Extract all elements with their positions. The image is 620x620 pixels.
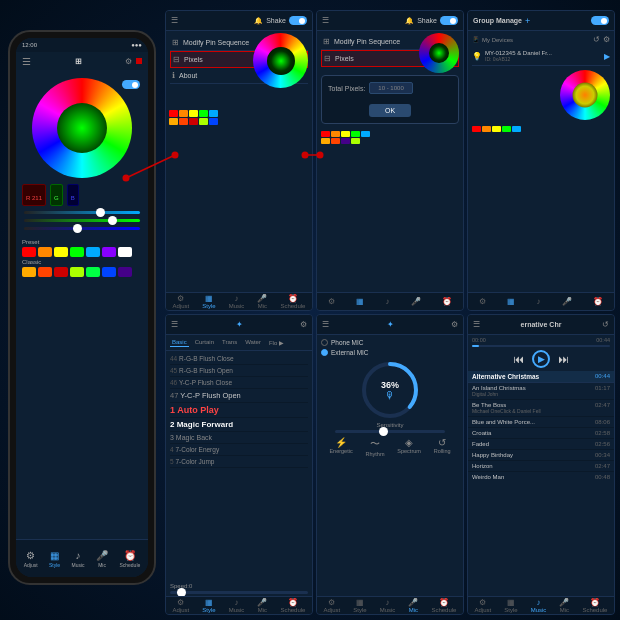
ss3-nav-music[interactable]: ♪ [536, 297, 540, 306]
phone-slider-r[interactable] [24, 211, 140, 214]
phone-nav-mic[interactable]: 🎤 Mic [96, 550, 108, 568]
phone-nav-schedule[interactable]: ⏰ Schedule [119, 550, 140, 568]
ss5-nav-schedule[interactable]: ⏰Schedule [431, 598, 456, 613]
phone-nav-style[interactable]: ▦ Style [49, 550, 60, 568]
ss2-sw8[interactable] [341, 138, 350, 144]
ss4-tab-water[interactable]: Water [243, 338, 263, 347]
ss2-nav-style[interactable]: ▦ [356, 297, 364, 306]
ss5-energetic[interactable]: ⚡ Energetic [329, 437, 352, 457]
ss6-track-1[interactable]: Alternative Christmas 00:44 [468, 371, 614, 383]
ss5-settings-icon[interactable]: ⚙ [451, 320, 458, 329]
ss1-sw3[interactable] [189, 110, 198, 117]
ss2-input-field[interactable]: 10 - 1000 [369, 82, 412, 94]
color-wheel-inner[interactable] [57, 103, 107, 153]
ss1-sw6[interactable] [169, 118, 178, 125]
preset-swatch-green[interactable] [70, 247, 84, 257]
ss2-sw2[interactable] [331, 131, 340, 137]
ss1-nav-style[interactable]: ▦Style [202, 294, 215, 309]
ss4-speed-slider[interactable] [170, 591, 308, 594]
ss3-device-item[interactable]: 💡 MY-012345 & Daniel Fr... ID: 0xAB12 ▶ [472, 47, 610, 66]
classic-swatch-4[interactable] [70, 267, 84, 277]
ss6-prev-icon[interactable]: ⏮ [513, 353, 524, 365]
ss4-nav-music[interactable]: ♪Music [229, 598, 245, 613]
ss2-shake-toggle[interactable] [440, 16, 458, 25]
ss6-nav-adjust[interactable]: ⚙Adjust [475, 598, 492, 613]
ss2-menu-icon[interactable]: ☰ [322, 16, 329, 25]
ss3-refresh-icon[interactable]: ↺ [593, 35, 600, 44]
ss1-nav-mic[interactable]: 🎤Mic [257, 294, 267, 309]
ss5-sensitivity-slider[interactable] [335, 430, 445, 433]
ss1-shake-toggle[interactable] [289, 16, 307, 25]
ss2-sw9[interactable] [351, 138, 360, 144]
ss3-nav-mic[interactable]: 🎤 [562, 297, 572, 306]
ss2-ok-button[interactable]: OK [369, 104, 411, 117]
ss4-settings-icon[interactable]: ⚙ [300, 320, 307, 329]
preset-swatch-blue[interactable] [86, 247, 100, 257]
ss1-sw4[interactable] [199, 110, 208, 117]
ss1-sw10[interactable] [209, 118, 218, 125]
classic-swatch-1[interactable] [22, 267, 36, 277]
ss4-menu-icon[interactable]: ☰ [171, 320, 178, 329]
color-wheel-section[interactable] [16, 70, 148, 182]
ss6-track-6[interactable]: Faded 02:56 [468, 439, 614, 450]
phone-classic-swatches[interactable] [22, 267, 142, 277]
ss3-sw5[interactable] [512, 126, 521, 132]
ss6-nav-schedule[interactable]: ⏰Schedule [582, 598, 607, 613]
ss5-nav-style[interactable]: ▦Style [353, 598, 366, 613]
ss1-sw5[interactable] [209, 110, 218, 117]
ss1-menu-icon[interactable]: ☰ [171, 16, 178, 25]
phone-slider-b[interactable] [24, 227, 140, 230]
ss5-phone-mic-option[interactable]: Phone MIC [321, 339, 459, 346]
color-wheel[interactable] [32, 78, 132, 178]
ss6-track-3[interactable]: Be The Boss Michael OneClick & Daniel Fe… [468, 400, 614, 417]
ss2-sw6[interactable] [321, 138, 330, 144]
ss4-item-44[interactable]: 44 R-G-B Flush Close [170, 353, 308, 365]
ss6-track-2[interactable]: An Island Christmas Digital John 01:17 [468, 383, 614, 400]
ss1-sw2[interactable] [179, 110, 188, 117]
ss6-nav-music[interactable]: ♪Music [531, 598, 547, 613]
ss4-item-3[interactable]: 3 Magic Back [170, 432, 308, 444]
preset-swatch-white[interactable] [118, 247, 132, 257]
ss6-track-7[interactable]: Happy Birthday 00:34 [468, 450, 614, 461]
phone-settings-icon[interactable]: ⚙ [125, 57, 132, 66]
ss3-device-arrow[interactable]: ▶ [604, 52, 610, 61]
ss4-nav-style[interactable]: ▦Style [202, 598, 215, 613]
ss6-nav-style[interactable]: ▦Style [504, 598, 517, 613]
ss3-nav-schedule[interactable]: ⏰ [593, 297, 603, 306]
ss3-color-wheel[interactable] [560, 70, 610, 120]
classic-swatch-7[interactable] [118, 267, 132, 277]
phone-nav-music[interactable]: ♪ Music [72, 550, 85, 568]
ss5-spectrum[interactable]: ◈ Spectrum [397, 437, 421, 457]
ss4-item-47[interactable]: 47 Y-C-P Flush Open [170, 389, 308, 403]
ss1-nav-schedule[interactable]: ⏰Schedule [280, 294, 305, 309]
ss6-nav-mic[interactable]: 🎤Mic [559, 598, 569, 613]
ss6-track-4[interactable]: Blue and White Porce... 08:06 [468, 417, 614, 428]
ss4-nav-schedule[interactable]: ⏰Schedule [280, 598, 305, 613]
phone-preset-swatches[interactable] [22, 247, 142, 257]
ss3-toggle[interactable] [591, 16, 609, 25]
preset-swatch-red[interactable] [22, 247, 36, 257]
ss6-play-button[interactable]: ▶ [532, 350, 550, 368]
phone-sliders-section[interactable] [16, 208, 148, 238]
phone-toggle[interactable] [122, 80, 140, 89]
ss2-nav-music[interactable]: ♪ [385, 297, 389, 306]
ss3-sw4[interactable] [502, 126, 511, 132]
ss2-sw1[interactable] [321, 131, 330, 137]
ss4-tab-flo[interactable]: Flo ▶ [267, 338, 286, 347]
ss2-sw4[interactable] [351, 131, 360, 137]
classic-swatch-6[interactable] [102, 267, 116, 277]
ss3-settings-icon[interactable]: ⚙ [603, 35, 610, 44]
ss3-nav-style[interactable]: ▦ [507, 297, 515, 306]
ss1-sw9[interactable] [199, 118, 208, 125]
ss5-nav-adjust[interactable]: ⚙Adjust [324, 598, 341, 613]
phone-header-icon[interactable]: ☰ [22, 56, 31, 67]
ss1-sw7[interactable] [179, 118, 188, 125]
ss4-item-46[interactable]: 46 Y-C-P Flush Close [170, 377, 308, 389]
ss4-item-1[interactable]: 1 Auto Play [170, 403, 308, 418]
ss2-nav-schedule[interactable]: ⏰ [442, 297, 452, 306]
ss3-sw2[interactable] [482, 126, 491, 132]
ss3-sw3[interactable] [492, 126, 501, 132]
ss2-sw5[interactable] [361, 131, 370, 137]
phone-nav-adjust[interactable]: ⚙ Adjust [24, 550, 38, 568]
ss5-menu-icon[interactable]: ☰ [322, 320, 329, 329]
